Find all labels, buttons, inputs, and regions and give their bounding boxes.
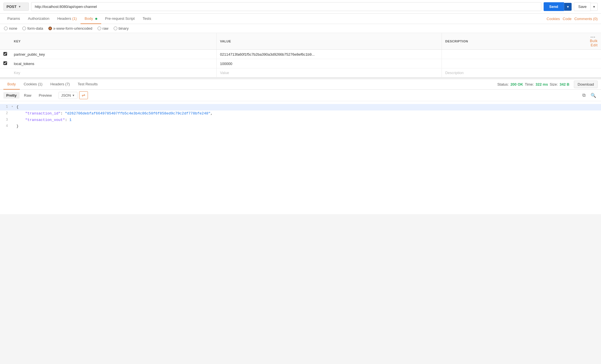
res-tab-cookies[interactable]: Cookies (1)	[20, 79, 46, 90]
new-key-placeholder[interactable]: Key	[10, 68, 217, 77]
size-label: Size:	[550, 82, 558, 86]
tab-body[interactable]: Body	[81, 14, 101, 24]
option-raw[interactable]: raw	[98, 26, 109, 31]
response-meta: Status: 200 OK Time: 322 ms Size: 342 B …	[497, 81, 598, 88]
bulk-edit-button[interactable]: Bulk Edit	[590, 39, 598, 47]
option-form-data[interactable]: form-data	[22, 26, 43, 31]
table-header-value: VALUE	[217, 33, 442, 50]
code-line-1: 1 ▾ {	[0, 104, 601, 110]
format-chevron-icon: ▼	[72, 94, 75, 97]
row2-description[interactable]	[442, 59, 583, 68]
table-header-key: KEY	[10, 33, 217, 50]
code-link[interactable]: Code	[563, 17, 572, 21]
res-tab-test-results[interactable]: Test Results	[74, 79, 102, 90]
option-x-www-form-urlencoded[interactable]: x-www-form-urlencoded	[48, 26, 92, 31]
view-pretty-button[interactable]: Pretty	[3, 92, 20, 99]
code-line-3: 3 "transaction_vout": 1	[0, 117, 601, 123]
row2-key[interactable]: local_tokens	[10, 59, 217, 68]
tab-tests[interactable]: Tests	[139, 14, 155, 24]
save-button[interactable]: Save	[574, 2, 591, 11]
new-description-placeholder[interactable]: Description	[442, 68, 583, 77]
row1-checkbox-cell[interactable]	[0, 50, 10, 59]
more-options-icon[interactable]: •••	[591, 35, 596, 39]
save-dropdown-button[interactable]: ▼	[591, 3, 598, 11]
send-button[interactable]: Send	[544, 2, 564, 11]
option-binary[interactable]: binary	[114, 26, 129, 31]
top-bar: POST ▼ Send ▼ Save ▼	[0, 0, 601, 14]
tab-authorization[interactable]: Authorization	[24, 14, 53, 24]
json-response-body: 1 ▾ { 2 "transaction_id": "d262706debfaf…	[0, 101, 601, 214]
format-select[interactable]: JSON ▼	[59, 92, 77, 99]
row1-value[interactable]: 02114713fa60f1f5c7b2ba390a3d9266b75276e8…	[217, 50, 442, 59]
res-tab-headers[interactable]: Headers (7)	[46, 79, 74, 90]
copy-icon: ⧉	[582, 93, 585, 97]
method-label: POST	[7, 5, 16, 9]
copy-button[interactable]: ⧉	[581, 92, 587, 99]
res-tab-body[interactable]: Body	[3, 79, 20, 90]
method-chevron-icon: ▼	[18, 5, 21, 8]
new-row: Key Value Description	[0, 68, 601, 77]
row1-key[interactable]: partner_public_key	[10, 50, 217, 59]
response-section: Body Cookies (1) Headers (7) Test Result…	[0, 79, 601, 214]
code-line-2: 2 "transaction_id": "d262706debfaf664978…	[0, 110, 601, 117]
view-raw-button[interactable]: Raw	[21, 92, 34, 99]
row1-checkbox[interactable]	[3, 52, 7, 56]
size-value: 342 B	[559, 82, 569, 86]
params-table: KEY VALUE DESCRIPTION ••• Bulk Edit part…	[0, 33, 601, 77]
tab-right-links: Cookies Code Comments (0)	[547, 17, 598, 21]
time-label: Time:	[525, 82, 534, 86]
row1-actions	[583, 50, 601, 59]
table-row: local_tokens 100000	[0, 59, 601, 68]
body-dot-indicator	[95, 18, 97, 20]
cookies-link[interactable]: Cookies	[547, 17, 560, 21]
code-toolbar: Pretty Raw Preview JSON ▼ ⇌ ⧉ 🔍	[0, 90, 601, 101]
tab-headers[interactable]: Headers (1)	[53, 14, 81, 24]
view-preview-button[interactable]: Preview	[36, 92, 55, 99]
tab-params[interactable]: Params	[3, 14, 24, 24]
url-input[interactable]	[31, 2, 541, 11]
tab-pre-request[interactable]: Pre-request Script	[101, 14, 139, 24]
send-dropdown-button[interactable]: ▼	[564, 3, 572, 11]
table-row: partner_public_key 02114713fa60f1f5c7b2b…	[0, 50, 601, 59]
request-tabs: Params Authorization Headers (1) Body Pr…	[0, 14, 601, 24]
row2-checkbox[interactable]	[3, 61, 7, 65]
row2-actions	[583, 59, 601, 68]
table-header-description: DESCRIPTION	[442, 33, 583, 50]
row2-value[interactable]: 100000	[217, 59, 442, 68]
status-value: 200 OK	[511, 82, 523, 86]
table-header-checkbox-col	[0, 33, 10, 50]
search-icon: 🔍	[591, 93, 596, 98]
response-tabs-bar: Body Cookies (1) Headers (7) Test Result…	[0, 79, 601, 90]
wrap-icon: ⇌	[82, 93, 85, 97]
new-value-placeholder[interactable]: Value	[217, 68, 442, 77]
search-button[interactable]: 🔍	[589, 92, 598, 99]
comments-link[interactable]: Comments (0)	[574, 17, 598, 21]
toolbar-right: ⧉ 🔍	[581, 92, 598, 99]
time-value: 322 ms	[535, 82, 548, 86]
row1-description[interactable]	[442, 50, 583, 59]
code-line-4: 4 }	[0, 123, 601, 130]
option-none[interactable]: none	[4, 26, 17, 31]
download-button[interactable]: Download	[574, 81, 598, 88]
status-label: Status:	[497, 82, 509, 86]
body-options: none form-data x-www-form-urlencoded raw…	[0, 24, 601, 33]
word-wrap-button[interactable]: ⇌	[79, 91, 88, 99]
row2-checkbox-cell[interactable]	[0, 59, 10, 68]
table-header-actions: ••• Bulk Edit	[583, 33, 601, 50]
method-select[interactable]: POST ▼	[3, 3, 29, 11]
